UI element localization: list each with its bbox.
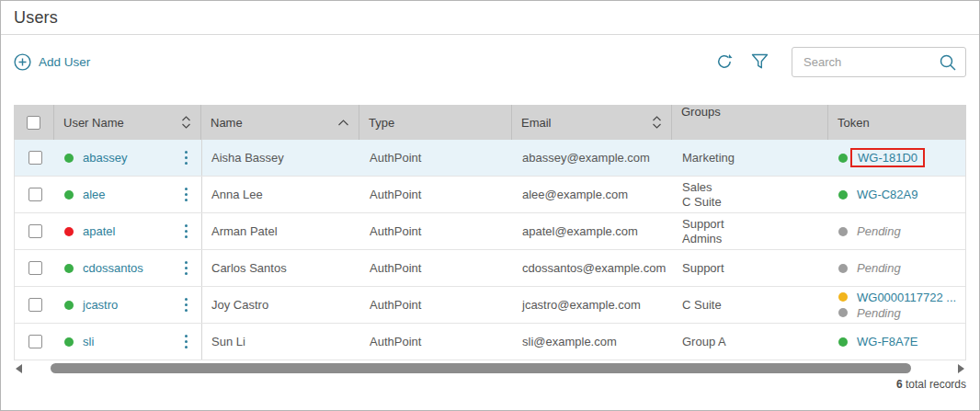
token-status-dot: [838, 308, 848, 317]
token-pending-label: Pending: [857, 306, 901, 320]
table-row[interactable]: apatel Arman Patel AuthPoint apatel@exam…: [15, 213, 965, 250]
token-status-dot: [838, 264, 848, 273]
email-cell: sli@example.com: [513, 324, 673, 360]
user-name-cell: sli: [55, 324, 202, 360]
row-check-cell: [15, 324, 55, 360]
email-cell: abassey@example.com: [513, 140, 673, 176]
email-cell: alee@example.com: [513, 177, 673, 212]
users-page: Users Add User: [0, 0, 980, 411]
token-link[interactable]: WG0000117722 ...: [857, 291, 956, 304]
users-table: User Name Name Type Email Groups Token: [14, 105, 966, 360]
type-cell: AuthPoint: [360, 140, 513, 176]
row-checkbox[interactable]: [28, 224, 42, 238]
page-title: Users: [14, 8, 966, 28]
type-cell: AuthPoint: [360, 250, 513, 286]
scrollbar-thumb[interactable]: [51, 363, 911, 373]
user-name-cell: apatel: [55, 213, 202, 249]
highlight-annotation-box: WG-181D0: [850, 148, 925, 167]
name-cell: Arman Patel: [202, 213, 360, 249]
token-cell: WG0000117722 ... Pending: [829, 287, 969, 323]
column-header-name[interactable]: Name: [201, 105, 359, 140]
user-name-cell: cdossantos: [55, 250, 202, 286]
column-label: User Name: [63, 116, 124, 130]
type-cell: AuthPoint: [360, 324, 513, 360]
username-link[interactable]: sli: [83, 335, 94, 348]
row-checkbox[interactable]: [28, 298, 42, 312]
token-status-dot: [838, 190, 848, 200]
email-cell: apatel@example.com: [513, 213, 673, 249]
groups-cell: Marketing: [673, 140, 829, 176]
name-cell: Aisha Bassey: [202, 140, 360, 176]
row-checkbox[interactable]: [28, 188, 42, 201]
token-cell: WG-F8A7E: [829, 324, 969, 360]
token-pending-label: Pending: [857, 261, 901, 275]
row-menu-icon[interactable]: [180, 147, 192, 168]
column-label: Groups: [681, 105, 721, 120]
table-header-row: User Name Name Type Email Groups Token: [14, 105, 966, 140]
token-status-dot: [838, 154, 848, 163]
name-cell: Anna Lee: [202, 177, 360, 212]
user-status-dot: [64, 264, 74, 273]
sort-both-icon[interactable]: [652, 116, 662, 129]
row-menu-icon[interactable]: [180, 221, 192, 242]
table-row[interactable]: jcastro Joy Castro AuthPoint jcastro@exa…: [15, 287, 965, 324]
select-all-checkbox[interactable]: [27, 116, 40, 130]
user-status-dot: [64, 154, 74, 163]
total-records-label: total records: [903, 378, 966, 391]
sort-both-icon[interactable]: [181, 116, 191, 129]
column-header-token[interactable]: Token: [828, 105, 968, 140]
refresh-icon[interactable]: [714, 51, 735, 72]
groups-cell: Support: [673, 250, 829, 286]
token-link[interactable]: WG-F8A7E: [857, 335, 917, 348]
type-cell: AuthPoint: [360, 287, 513, 323]
username-link[interactable]: cdossantos: [83, 261, 143, 275]
row-check-cell: [15, 213, 55, 249]
name-cell: Carlos Santos: [202, 250, 360, 286]
scroll-left-arrow-icon[interactable]: [16, 364, 22, 373]
groups-cell: SupportAdmins: [673, 213, 829, 249]
token-link[interactable]: WG-C82A9: [857, 188, 917, 201]
column-label: Email: [521, 116, 552, 130]
user-status-dot: [64, 227, 74, 236]
groups-cell: SalesC Suite: [673, 177, 829, 212]
user-status-dot: [64, 337, 74, 347]
username-link[interactable]: alee: [83, 188, 106, 201]
column-header-user-name[interactable]: User Name: [54, 105, 201, 140]
add-user-button[interactable]: Add User: [14, 53, 90, 71]
row-checkbox[interactable]: [28, 261, 42, 275]
username-link[interactable]: abassey: [83, 151, 127, 165]
row-check-cell: [15, 287, 55, 323]
row-check-cell: [15, 177, 55, 212]
username-link[interactable]: apatel: [83, 224, 115, 238]
plus-circle-icon: [14, 53, 31, 71]
row-checkbox[interactable]: [28, 335, 42, 348]
horizontal-scrollbar[interactable]: [14, 362, 966, 374]
user-name-cell: alee: [55, 177, 202, 212]
search-box: [792, 47, 966, 77]
column-label: Type: [369, 116, 394, 130]
token-link[interactable]: WG-181D0: [858, 151, 917, 165]
username-link[interactable]: jcastro: [83, 298, 118, 312]
token-status-dot: [838, 337, 848, 347]
type-cell: AuthPoint: [360, 177, 513, 212]
column-header-email[interactable]: Email: [512, 105, 672, 140]
row-menu-icon[interactable]: [180, 331, 192, 352]
table-row[interactable]: alee Anna Lee AuthPoint alee@example.com…: [15, 177, 965, 213]
row-menu-icon[interactable]: [180, 257, 192, 279]
scroll-right-arrow-icon[interactable]: [958, 364, 964, 373]
token-pending-label: Pending: [857, 224, 901, 238]
type-cell: AuthPoint: [360, 213, 513, 249]
table-row[interactable]: abassey Aisha Bassey AuthPoint abassey@e…: [15, 140, 965, 177]
filter-icon[interactable]: [749, 51, 769, 72]
row-menu-icon[interactable]: [180, 184, 192, 205]
column-header-type[interactable]: Type: [359, 105, 512, 140]
row-menu-icon[interactable]: [180, 294, 192, 315]
table-row[interactable]: sli Sun Li AuthPoint sli@example.com Gro…: [15, 324, 965, 360]
column-header-groups[interactable]: Groups: [672, 105, 828, 140]
groups-cell: C Suite: [673, 287, 829, 323]
table-row[interactable]: cdossantos Carlos Santos AuthPoint cdoss…: [15, 250, 965, 287]
sort-asc-icon[interactable]: [337, 120, 349, 126]
row-checkbox[interactable]: [28, 151, 42, 165]
column-label: Token: [838, 116, 870, 130]
search-icon[interactable]: [939, 53, 957, 72]
